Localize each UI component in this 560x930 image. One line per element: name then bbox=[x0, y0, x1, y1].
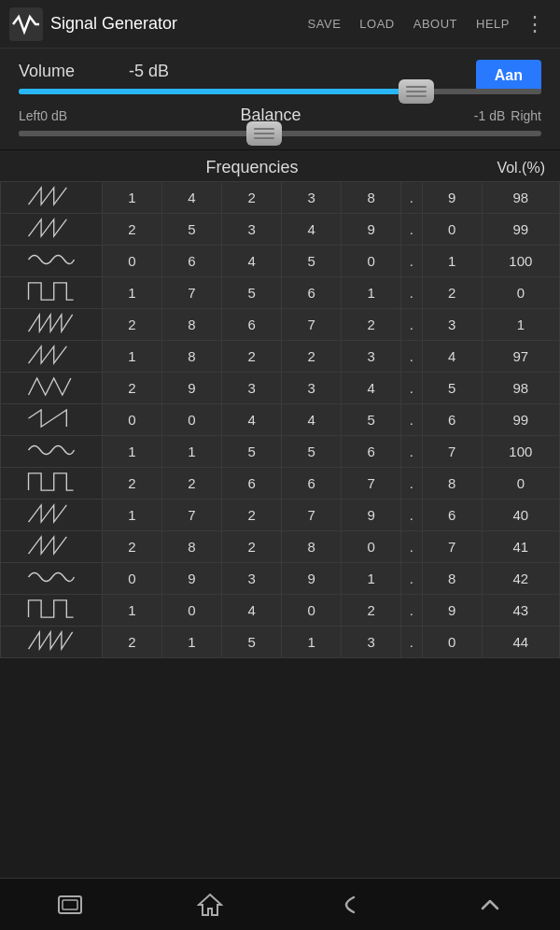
digit-cell[interactable]: 0 bbox=[282, 595, 342, 627]
waveform-cell[interactable] bbox=[1, 309, 103, 341]
digit-cell[interactable]: 1 bbox=[342, 277, 401, 309]
digit-cell[interactable]: 6 bbox=[282, 277, 342, 309]
digit-cell[interactable]: 1 bbox=[161, 436, 221, 468]
digit-cell-extra[interactable]: 0 bbox=[422, 214, 482, 246]
digit-cell[interactable]: 4 bbox=[282, 214, 342, 246]
digit-cell[interactable]: 5 bbox=[282, 436, 342, 468]
waveform-cell[interactable] bbox=[1, 214, 103, 246]
digit-cell[interactable]: 8 bbox=[161, 309, 221, 341]
balance-thumb[interactable] bbox=[246, 121, 282, 146]
digit-cell-extra[interactable]: 5 bbox=[422, 373, 482, 404]
help-button[interactable]: HELP bbox=[467, 11, 519, 36]
digit-cell[interactable]: 9 bbox=[161, 563, 221, 595]
digit-cell[interactable]: 5 bbox=[222, 627, 282, 658]
digit-cell[interactable]: 9 bbox=[282, 563, 342, 595]
waveform-cell[interactable] bbox=[1, 277, 103, 309]
digit-cell-extra[interactable]: 2 bbox=[422, 277, 482, 309]
digit-cell[interactable]: 5 bbox=[342, 404, 401, 436]
digit-cell[interactable]: 0 bbox=[161, 404, 221, 436]
digit-cell[interactable]: 2 bbox=[342, 595, 401, 627]
table-row[interactable]: 10402.943 bbox=[1, 595, 560, 627]
digit-cell[interactable]: 2 bbox=[222, 182, 282, 214]
digit-cell[interactable]: 6 bbox=[222, 309, 282, 341]
table-row[interactable]: 28280.741 bbox=[1, 531, 560, 563]
vol-cell[interactable]: 44 bbox=[482, 627, 559, 658]
digit-cell[interactable]: 2 bbox=[102, 531, 161, 563]
digit-cell[interactable]: 4 bbox=[222, 595, 282, 627]
digit-cell[interactable]: 6 bbox=[342, 436, 401, 468]
waveform-cell[interactable] bbox=[1, 531, 103, 563]
digit-cell[interactable]: 0 bbox=[102, 246, 161, 277]
vol-cell[interactable]: 99 bbox=[482, 404, 559, 436]
digit-cell[interactable]: 0 bbox=[102, 404, 161, 436]
digit-cell[interactable]: 8 bbox=[342, 182, 401, 214]
digit-cell-extra[interactable]: 1 bbox=[422, 246, 482, 277]
vol-cell[interactable]: 43 bbox=[482, 595, 559, 627]
digit-cell[interactable]: 3 bbox=[222, 214, 282, 246]
digit-cell[interactable]: 4 bbox=[282, 404, 342, 436]
digit-cell[interactable]: 6 bbox=[282, 468, 342, 500]
digit-cell[interactable]: 5 bbox=[222, 277, 282, 309]
digit-cell[interactable]: 7 bbox=[282, 500, 342, 531]
digit-cell[interactable]: 3 bbox=[282, 373, 342, 404]
digit-cell[interactable]: 2 bbox=[222, 531, 282, 563]
table-row[interactable]: 29334.598 bbox=[1, 373, 560, 404]
digit-cell[interactable]: 9 bbox=[342, 500, 401, 531]
digit-cell[interactable]: 4 bbox=[342, 373, 401, 404]
about-button[interactable]: ABOUT bbox=[404, 11, 467, 36]
vol-cell[interactable]: 100 bbox=[482, 436, 559, 468]
digit-cell-extra[interactable]: 6 bbox=[422, 500, 482, 531]
vol-cell[interactable]: 0 bbox=[482, 468, 559, 500]
digit-cell[interactable]: 2 bbox=[161, 468, 221, 500]
back-button[interactable] bbox=[318, 884, 382, 925]
digit-cell[interactable]: 4 bbox=[222, 246, 282, 277]
digit-cell[interactable]: 1 bbox=[102, 500, 161, 531]
digit-cell[interactable]: 2 bbox=[102, 309, 161, 341]
digit-cell[interactable]: 1 bbox=[102, 595, 161, 627]
digit-cell[interactable]: 3 bbox=[222, 373, 282, 404]
digit-cell-extra[interactable]: 9 bbox=[422, 595, 482, 627]
table-row[interactable]: 28672.31 bbox=[1, 309, 560, 341]
digit-cell-extra[interactable]: 9 bbox=[422, 182, 482, 214]
vol-cell[interactable]: 97 bbox=[482, 341, 559, 373]
digit-cell[interactable]: 2 bbox=[342, 309, 401, 341]
digit-cell[interactable]: 8 bbox=[282, 531, 342, 563]
digit-cell[interactable]: 2 bbox=[222, 500, 282, 531]
digit-cell[interactable]: 5 bbox=[282, 246, 342, 277]
digit-cell[interactable]: 1 bbox=[342, 563, 401, 595]
table-row[interactable]: 14238.998 bbox=[1, 182, 560, 214]
digit-cell[interactable]: 8 bbox=[161, 531, 221, 563]
digit-cell-extra[interactable]: 7 bbox=[422, 531, 482, 563]
waveform-cell[interactable] bbox=[1, 341, 103, 373]
digit-cell[interactable]: 6 bbox=[222, 468, 282, 500]
digit-cell[interactable]: 2 bbox=[102, 468, 161, 500]
balance-slider-container[interactable] bbox=[19, 131, 541, 136]
digit-cell[interactable]: 9 bbox=[161, 373, 221, 404]
volume-thumb[interactable] bbox=[399, 79, 434, 104]
home-button[interactable] bbox=[178, 884, 242, 925]
digit-cell[interactable]: 7 bbox=[161, 500, 221, 531]
digit-cell[interactable]: 0 bbox=[161, 595, 221, 627]
table-row[interactable]: 00445.699 bbox=[1, 404, 560, 436]
digit-cell[interactable]: 7 bbox=[342, 468, 401, 500]
digit-cell[interactable]: 0 bbox=[342, 246, 401, 277]
vol-cell[interactable]: 40 bbox=[482, 500, 559, 531]
aan-button[interactable]: Aan bbox=[476, 60, 541, 92]
digit-cell[interactable]: 1 bbox=[102, 341, 161, 373]
table-row[interactable]: 21513.044 bbox=[1, 627, 560, 658]
digit-cell[interactable]: 2 bbox=[102, 214, 161, 246]
digit-cell[interactable]: 3 bbox=[342, 627, 401, 658]
vol-cell[interactable]: 1 bbox=[482, 309, 559, 341]
digit-cell-extra[interactable]: 4 bbox=[422, 341, 482, 373]
freq-table-wrapper[interactable]: 14238.99825349.09906450.110017561.202867… bbox=[0, 181, 560, 878]
digit-cell[interactable]: 0 bbox=[342, 531, 401, 563]
vol-cell[interactable]: 41 bbox=[482, 531, 559, 563]
more-icon[interactable]: ⋮ bbox=[519, 12, 551, 36]
digit-cell[interactable]: 1 bbox=[102, 182, 161, 214]
digit-cell[interactable]: 6 bbox=[161, 246, 221, 277]
digit-cell[interactable]: 2 bbox=[282, 341, 342, 373]
digit-cell[interactable]: 2 bbox=[102, 373, 161, 404]
vol-cell[interactable]: 98 bbox=[482, 373, 559, 404]
digit-cell-extra[interactable]: 8 bbox=[422, 468, 482, 500]
load-button[interactable]: LOAD bbox=[350, 11, 403, 36]
